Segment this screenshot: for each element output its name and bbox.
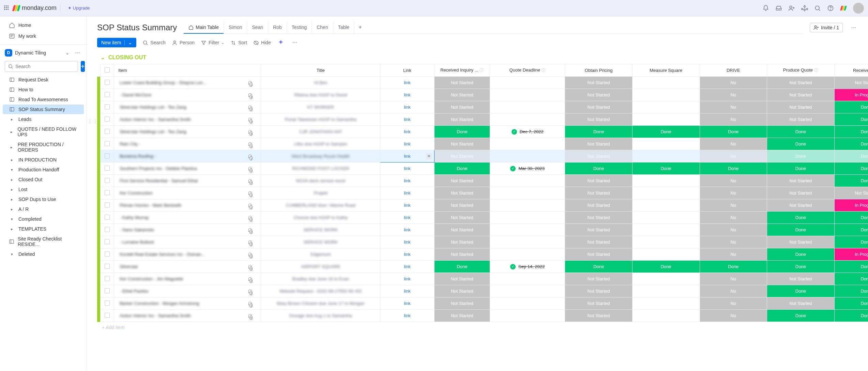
- status-pill[interactable]: Done: [767, 261, 834, 273]
- produce-quote-cell[interactable]: Not Started: [767, 187, 835, 199]
- received-po-cell[interactable]: Done: [834, 150, 868, 163]
- status-pill[interactable]: Not Started: [565, 310, 632, 322]
- obtain-pricing-cell[interactable]: Not Started: [565, 310, 633, 322]
- obtain-pricing-cell[interactable]: Not Started: [565, 175, 633, 187]
- obtain-pricing-cell[interactable]: Not Started: [565, 236, 633, 248]
- status-pill[interactable]: No: [700, 273, 767, 285]
- row-checkbox[interactable]: [100, 126, 114, 138]
- received-po-cell[interactable]: Done: [834, 175, 868, 187]
- status-pill[interactable]: Done: [835, 297, 868, 309]
- measure-square-cell[interactable]: [632, 89, 700, 101]
- measure-square-cell[interactable]: [632, 101, 700, 113]
- status-pill[interactable]: Done: [435, 261, 490, 273]
- title-cell[interactable]: Lifes due ASAP to Sampen: [261, 138, 380, 150]
- item-name-cell[interactable]: Lower Coast Building Group - Shayna Lon.…: [114, 77, 261, 89]
- link-cell[interactable]: link: [380, 285, 434, 297]
- item-name-cell[interactable]: First Service Residential - Samuel Ethal…: [114, 175, 261, 187]
- clear-icon[interactable]: ✕: [426, 153, 432, 159]
- nav-mywork[interactable]: My work: [3, 31, 84, 41]
- sidebar-item[interactable]: ▾Completed: [3, 214, 84, 224]
- link-cell[interactable]: link: [380, 248, 434, 261]
- status-pill[interactable]: Not Started: [767, 175, 834, 187]
- received-po-cell[interactable]: Done: [834, 138, 868, 150]
- produce-quote-cell[interactable]: Done: [767, 261, 835, 273]
- obtain-pricing-cell[interactable]: Not Started: [565, 285, 633, 297]
- conversation-icon[interactable]: 2: [248, 275, 255, 283]
- status-pill[interactable]: Done: [835, 138, 868, 150]
- apps-icon[interactable]: [801, 5, 808, 12]
- status-pill[interactable]: Done: [700, 261, 767, 273]
- link-cell[interactable]: link: [380, 89, 434, 101]
- produce-quote-cell[interactable]: Done: [767, 163, 835, 175]
- status-pill[interactable]: Done: [835, 126, 868, 138]
- status-pill[interactable]: Not Started: [565, 150, 632, 162]
- status-pill[interactable]: Not Started: [767, 187, 834, 199]
- received-inquiry-cell[interactable]: Not Started: [434, 248, 490, 261]
- status-pill[interactable]: Not Started: [835, 77, 868, 89]
- conversation-icon[interactable]: 5: [248, 165, 255, 172]
- status-pill[interactable]: Done: [767, 310, 834, 322]
- workspace-menu-icon[interactable]: ⋯: [74, 49, 82, 57]
- sidebar-item[interactable]: ▸SOP Dups to Use: [3, 195, 84, 204]
- table-row[interactable]: Ker Construction - Jim Maguette2Bradley …: [97, 273, 868, 285]
- obtain-pricing-cell[interactable]: Done: [565, 163, 633, 175]
- item-name-cell[interactable]: - David McClure3: [114, 89, 261, 101]
- search-icon[interactable]: [814, 5, 821, 12]
- quote-deadline-cell[interactable]: [490, 224, 565, 236]
- obtain-pricing-cell[interactable]: Not Started: [565, 212, 633, 224]
- item-name-cell[interactable]: - Ethel Pashko2: [114, 285, 261, 297]
- add-view-button[interactable]: +: [354, 21, 366, 33]
- conversation-icon[interactable]: 2: [248, 177, 255, 185]
- sidebar-item[interactable]: ▸QUOTES / NEED FOLLOW UPS: [3, 124, 84, 139]
- drive-cell[interactable]: No: [700, 285, 767, 297]
- table-row[interactable]: - Nano Sakamoto2SERVICE WORKlinkNot Star…: [97, 224, 868, 236]
- status-pill[interactable]: Not Started: [565, 101, 632, 113]
- row-checkbox[interactable]: [100, 212, 114, 224]
- status-pill[interactable]: Not Started: [565, 248, 632, 260]
- title-cell[interactable]: CUMBERLAND blue / Marine Road: [261, 199, 380, 212]
- received-po-cell[interactable]: Done: [834, 273, 868, 285]
- received-po-cell[interactable]: Done: [834, 212, 868, 224]
- status-pill[interactable]: No: [700, 199, 767, 211]
- link-text[interactable]: link: [404, 264, 411, 269]
- received-inquiry-cell[interactable]: Not Started: [434, 224, 490, 236]
- obtain-pricing-cell[interactable]: Done: [565, 126, 633, 138]
- title-cell[interactable]: Portal Takedown ASAP to Samantha: [261, 113, 380, 126]
- sidebar-item[interactable]: ▸A / R: [3, 204, 84, 214]
- title-cell[interactable]: Ribena due ASAP to David: [261, 89, 380, 101]
- status-pill[interactable]: Done: [633, 261, 700, 273]
- measure-square-cell[interactable]: [632, 273, 700, 285]
- produce-quote-cell[interactable]: Done: [767, 126, 835, 138]
- title-cell[interactable]: Mary Brown Chicken due June 17 to Morgan: [261, 297, 380, 310]
- status-pill[interactable]: Not Started: [435, 248, 490, 260]
- item-name-cell[interactable]: Southern Projects Inc - Debbie Plantica5: [114, 163, 261, 175]
- title-cell[interactable]: KT WORKER: [261, 101, 380, 113]
- drive-cell[interactable]: No: [700, 175, 767, 187]
- status-pill[interactable]: No: [700, 150, 767, 162]
- obtain-pricing-cell[interactable]: Not Started: [565, 150, 633, 163]
- status-pill[interactable]: Not Started: [435, 310, 490, 322]
- link-text[interactable]: link: [404, 141, 411, 146]
- link-cell[interactable]: link: [380, 77, 434, 89]
- link-cell[interactable]: link✕: [380, 150, 434, 163]
- obtain-pricing-cell[interactable]: Done: [565, 261, 633, 273]
- produce-quote-cell[interactable]: Not Started: [767, 297, 835, 310]
- invite-members-icon[interactable]: [788, 5, 795, 12]
- produce-quote-cell[interactable]: Not Started: [767, 77, 835, 89]
- avatar[interactable]: [853, 3, 864, 14]
- sidebar-search-input[interactable]: [15, 64, 75, 69]
- measure-square-cell[interactable]: [632, 236, 700, 248]
- received-po-cell[interactable]: Done: [834, 310, 868, 322]
- link-text[interactable]: link: [404, 129, 411, 134]
- table-row[interactable]: Ker Construction1ProjektlinkNot StartedN…: [97, 187, 868, 199]
- tab[interactable]: Chen: [312, 21, 333, 33]
- link-cell[interactable]: link: [380, 261, 434, 273]
- toolbar-more-icon[interactable]: ⋯: [291, 38, 299, 47]
- received-po-cell[interactable]: Done: [834, 163, 868, 175]
- link-text[interactable]: link: [404, 203, 411, 208]
- link-cell[interactable]: link: [380, 273, 434, 285]
- status-pill[interactable]: Done: [767, 126, 834, 138]
- status-pill[interactable]: No: [700, 77, 767, 89]
- product-switcher-icon[interactable]: [841, 5, 846, 10]
- produce-quote-cell[interactable]: Not Started: [767, 273, 835, 285]
